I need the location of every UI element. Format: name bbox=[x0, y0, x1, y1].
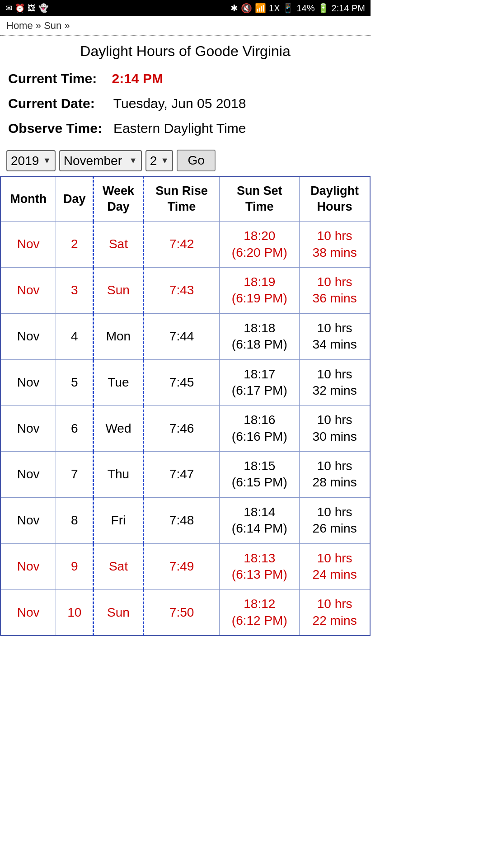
table-row: Nov3Sun7:4318:19(6:19 PM)10 hrs36 mins bbox=[0, 267, 370, 313]
cell-sunrise: 7:50 bbox=[143, 590, 220, 636]
month-select-wrap[interactable]: JanuaryFebruaryMarch AprilMayJune JulyAu… bbox=[59, 150, 142, 171]
status-info: ✱ 🔇 📶 1X 📱 14% 🔋 2:14 PM bbox=[230, 3, 365, 14]
cell-day: 7 bbox=[56, 452, 94, 498]
table-body: Nov2Sat7:4218:20(6:20 PM)10 hrs38 minsNo… bbox=[0, 222, 370, 636]
cell-sunset: 18:20(6:20 PM) bbox=[220, 222, 300, 268]
cell-daylight: 10 hrs30 mins bbox=[300, 406, 370, 452]
cell-day: 10 bbox=[56, 590, 94, 636]
battery-label: 14% bbox=[296, 3, 314, 14]
cell-weekday: Sun bbox=[94, 267, 144, 313]
table-header-row: Month Day WeekDay Sun RiseTime Sun SetTi… bbox=[0, 176, 370, 222]
cell-day: 2 bbox=[56, 222, 94, 268]
cell-month: Nov bbox=[0, 543, 56, 590]
table-row: Nov7Thu7:4718:15(6:15 PM)10 hrs28 mins bbox=[0, 452, 370, 498]
day-select-wrap[interactable]: 123 4567 ▼ bbox=[145, 150, 174, 171]
table-row: Nov4Mon7:4418:18(6:18 PM)10 hrs34 mins bbox=[0, 313, 370, 359]
breadcrumb: Home » Sun » bbox=[0, 16, 371, 36]
cell-sunrise: 7:46 bbox=[143, 406, 220, 452]
cell-daylight: 10 hrs36 mins bbox=[300, 267, 370, 313]
cell-daylight: 10 hrs32 mins bbox=[300, 359, 370, 406]
cell-day: 8 bbox=[56, 497, 94, 543]
cell-sunset: 18:14(6:14 PM) bbox=[220, 497, 300, 543]
breadcrumb-sep1: » bbox=[36, 20, 44, 31]
current-time-row: Current Time: 2:14 PM bbox=[8, 67, 362, 90]
cell-weekday: Tue bbox=[94, 359, 144, 406]
mute-icon: 🔇 bbox=[241, 3, 252, 14]
table-row: Nov8Fri7:4818:14(6:14 PM)10 hrs26 mins bbox=[0, 497, 370, 543]
signal-label: 1X bbox=[269, 3, 280, 14]
observe-time-label: Observe Time: bbox=[8, 121, 102, 136]
page-title: Daylight Hours of Goode Virginia bbox=[0, 36, 371, 63]
cell-weekday: Wed bbox=[94, 406, 144, 452]
month-dropdown-arrow: ▼ bbox=[129, 156, 137, 165]
go-button[interactable]: Go bbox=[177, 150, 215, 171]
cell-weekday: Sat bbox=[94, 222, 144, 268]
cell-day: 3 bbox=[56, 267, 94, 313]
cell-daylight: 10 hrs26 mins bbox=[300, 497, 370, 543]
cell-month: Nov bbox=[0, 222, 56, 268]
table-row: Nov2Sat7:4218:20(6:20 PM)10 hrs38 mins bbox=[0, 222, 370, 268]
cell-sunset: 18:12(6:12 PM) bbox=[220, 590, 300, 636]
header-daylight: DaylightHours bbox=[300, 176, 370, 222]
observe-time-row: Observe Time: Eastern Daylight Time bbox=[8, 117, 362, 140]
observe-time-value: Eastern Daylight Time bbox=[113, 121, 246, 136]
table-row: Nov9Sat7:4918:13(6:13 PM)10 hrs24 mins bbox=[0, 543, 370, 590]
cell-weekday: Thu bbox=[94, 452, 144, 498]
cell-icon: 📱 bbox=[282, 3, 294, 14]
table-container: Month Day WeekDay Sun RiseTime Sun SetTi… bbox=[0, 176, 371, 636]
year-select-wrap[interactable]: 2019 ▼ bbox=[6, 150, 56, 171]
breadcrumb-sun[interactable]: Sun bbox=[44, 20, 61, 31]
cell-month: Nov bbox=[0, 452, 56, 498]
ghost-icon: 👻 bbox=[38, 3, 48, 13]
time-display: 2:14 PM bbox=[332, 3, 365, 14]
cell-daylight: 10 hrs22 mins bbox=[300, 590, 370, 636]
battery-icon: 🔋 bbox=[318, 3, 329, 14]
cell-sunset: 18:15(6:15 PM) bbox=[220, 452, 300, 498]
table-row: Nov10Sun7:5018:12(6:12 PM)10 hrs22 mins bbox=[0, 590, 370, 636]
cell-day: 6 bbox=[56, 406, 94, 452]
month-select[interactable]: JanuaryFebruaryMarch AprilMayJune JulyAu… bbox=[64, 154, 127, 168]
breadcrumb-home[interactable]: Home bbox=[6, 20, 33, 31]
breadcrumb-sep2: » bbox=[64, 20, 70, 31]
header-weekday: WeekDay bbox=[94, 176, 144, 222]
year-select[interactable]: 2019 bbox=[11, 154, 41, 168]
cell-sunrise: 7:48 bbox=[143, 497, 220, 543]
cell-month: Nov bbox=[0, 406, 56, 452]
cell-day: 4 bbox=[56, 313, 94, 359]
day-select[interactable]: 123 4567 bbox=[150, 154, 159, 168]
cell-sunset: 18:16(6:16 PM) bbox=[220, 406, 300, 452]
table-row: Nov6Wed7:4618:16(6:16 PM)10 hrs30 mins bbox=[0, 406, 370, 452]
daylight-table: Month Day WeekDay Sun RiseTime Sun SetTi… bbox=[0, 176, 371, 636]
header-sunrise: Sun RiseTime bbox=[143, 176, 220, 222]
header-sunset: Sun SetTime bbox=[220, 176, 300, 222]
header-day: Day bbox=[56, 176, 94, 222]
cell-daylight: 10 hrs24 mins bbox=[300, 543, 370, 590]
status-icons: ✉ ⏰ 🖼 👻 bbox=[5, 3, 48, 13]
current-date-row: Current Date: Tuesday, Jun 05 2018 bbox=[8, 92, 362, 115]
bluetooth-icon: ✱ bbox=[230, 3, 238, 14]
cell-sunset: 18:13(6:13 PM) bbox=[220, 543, 300, 590]
table-row: Nov5Tue7:4518:17(6:17 PM)10 hrs32 mins bbox=[0, 359, 370, 406]
cell-weekday: Sat bbox=[94, 543, 144, 590]
cell-month: Nov bbox=[0, 359, 56, 406]
cell-sunrise: 7:43 bbox=[143, 267, 220, 313]
cell-sunrise: 7:44 bbox=[143, 313, 220, 359]
current-time-label: Current Time: bbox=[8, 71, 97, 86]
header-month: Month bbox=[0, 176, 56, 222]
cell-month: Nov bbox=[0, 497, 56, 543]
status-bar: ✉ ⏰ 🖼 👻 ✱ 🔇 📶 1X 📱 14% 🔋 2:14 PM bbox=[0, 0, 371, 16]
cell-weekday: Sun bbox=[94, 590, 144, 636]
cell-month: Nov bbox=[0, 313, 56, 359]
cell-weekday: Mon bbox=[94, 313, 144, 359]
cell-sunset: 18:19(6:19 PM) bbox=[220, 267, 300, 313]
cell-sunset: 18:18(6:18 PM) bbox=[220, 313, 300, 359]
cell-sunrise: 7:45 bbox=[143, 359, 220, 406]
cell-sunset: 18:17(6:17 PM) bbox=[220, 359, 300, 406]
controls: 2019 ▼ JanuaryFebruaryMarch AprilMayJune… bbox=[0, 142, 371, 176]
current-time-value: 2:14 PM bbox=[112, 71, 163, 86]
info-section: Current Time: 2:14 PM Current Date: Tues… bbox=[0, 63, 371, 140]
cell-weekday: Fri bbox=[94, 497, 144, 543]
cell-sunrise: 7:42 bbox=[143, 222, 220, 268]
cell-daylight: 10 hrs28 mins bbox=[300, 452, 370, 498]
cell-sunrise: 7:49 bbox=[143, 543, 220, 590]
